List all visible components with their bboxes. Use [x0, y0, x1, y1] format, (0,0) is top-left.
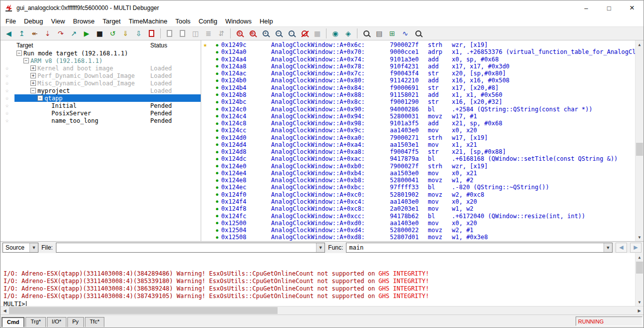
collapse-icon[interactable]: −: [37, 95, 43, 101]
expand-icon[interactable]: +: [30, 65, 36, 71]
profile-icon[interactable]: ◈: [342, 27, 354, 39]
breakpoint-dot[interactable]: ●: [213, 85, 221, 90]
breakpoint-dot[interactable]: ●: [213, 199, 221, 204]
zoom-reset-icon[interactable]: ·: [285, 27, 298, 39]
disasm-row[interactable]: ●0x124c4AnalogClockWindow::A+0x94:528000…: [201, 113, 635, 120]
menu-view[interactable]: View: [47, 16, 69, 26]
disasm-row[interactable]: ●0x124f8AnalogClockWindow::A+0xc8:2a0203…: [201, 205, 635, 212]
breakpoint-dot[interactable]: ●: [213, 192, 221, 197]
console-scrollbar[interactable]: ▲ ▼: [635, 253, 644, 306]
breakpoint-dot[interactable]: ●: [213, 64, 221, 68]
favorite-star-icon[interactable]: ☆: [0, 94, 13, 102]
tree-item-perf-dynamic-download-image[interactable]: ☆+Perf_Dynamic_Download_ImageLoaded: [0, 72, 201, 79]
menu-file[interactable]: File: [1, 16, 20, 26]
search-window-icon[interactable]: [412, 27, 424, 39]
func-combobox[interactable]: main ▼: [346, 243, 613, 253]
scroll-up-icon[interactable]: ▲: [636, 253, 644, 261]
menu-timemachine[interactable]: TimeMachine: [125, 16, 172, 26]
breakpoint-dot[interactable]: ●: [213, 171, 221, 175]
disasm-row[interactable]: ●0x124c8AnalogClockWindow::A+0x98:9101a3…: [201, 120, 635, 127]
tab-trg[interactable]: Trg*: [25, 317, 45, 327]
expand-icon[interactable]: +: [30, 73, 36, 78]
expand-icon[interactable]: +: [30, 80, 36, 86]
disasm-row[interactable]: ●0x124e4AnalogClockWindow::A+0xb4:aa1503…: [201, 170, 635, 177]
scroll-down-icon[interactable]: ▼: [636, 298, 644, 306]
disasm-row[interactable]: ●0x124acAnalogClockWindow::A+0x7c:f90043…: [201, 70, 635, 77]
scroll-down-icon[interactable]: ▼: [636, 233, 644, 241]
signal-wave-icon[interactable]: ∿: [399, 27, 411, 39]
breakpoint-dot[interactable]: ●: [213, 185, 221, 190]
maximize-button[interactable]: □: [598, 0, 621, 15]
disasm-row[interactable]: ●0x124dcAnalogClockWindow::A+0xac:941787…: [201, 155, 635, 162]
breakpoint-dot[interactable]: ●: [213, 164, 221, 168]
disasm-row[interactable]: ●0x124c0AnalogClockWindow::A+0x90:940002…: [201, 105, 635, 112]
disasm-row[interactable]: ●0x124a8AnalogClockWindow::A+0x78:910f42…: [201, 63, 635, 70]
tab-py[interactable]: Py: [67, 317, 84, 327]
collapse-icon[interactable]: −: [16, 50, 22, 56]
bookmark-star-icon[interactable]: ★: [203, 41, 207, 48]
command-console[interactable]: I/O: Adreno-ESX(qtapp)(3311403008:4)(384…: [0, 253, 644, 306]
breakpoint-dot[interactable]: ●: [213, 214, 221, 218]
breakpoint-dot[interactable]: ●: [213, 142, 221, 147]
tree-item-posixserver[interactable]: ☆PosixServerPended: [0, 109, 201, 117]
horizontal-scrollbar[interactable]: ◀ ▶: [0, 306, 644, 315]
favorite-star-icon[interactable]: ☆: [0, 117, 13, 124]
breakpoint-dot[interactable]: ●: [213, 150, 221, 154]
favorite-star-icon[interactable]: ☆: [0, 64, 13, 72]
disasm-row[interactable]: ●0x124d4AnalogClockWindow::A+0xa4:aa1503…: [201, 141, 635, 148]
breakpoint-dot[interactable]: ●: [213, 157, 221, 161]
collapse-icon[interactable]: −: [23, 58, 29, 63]
breakpoint-dot[interactable]: ●: [213, 221, 221, 225]
disasm-row[interactable]: ●0x124d8AnalogClockWindow::A+0xa8:f90047…: [201, 148, 635, 155]
tree-item-run-mode-target-192-168-1-1-[interactable]: −Run mode target (192.168.1.1): [0, 49, 201, 57]
chevron-down-icon[interactable]: ▼: [29, 243, 38, 252]
disasm-row[interactable]: ●0x12500AnalogClockWindow::A+0xd0:aa1403…: [201, 220, 635, 227]
disasm-row[interactable]: ●0x124bcAnalogClockWindow::A+0x8c:f90012…: [201, 98, 635, 105]
tree-item-misc-dynamic-download-image[interactable]: ☆+Misc_Dynamic_Download_ImageLoaded: [0, 79, 201, 87]
tree-item-myproject[interactable]: ☆−myprojectLoaded: [0, 87, 201, 94]
disasm-row[interactable]: ●0x124ecAnalogClockWindow::A+0xbc:97ffff…: [201, 184, 635, 191]
sync-pc-icon[interactable]: ⇩: [132, 27, 145, 39]
breakpoint-dot[interactable]: ●: [213, 71, 221, 76]
nav-rewind-icon[interactable]: ↞: [28, 27, 41, 39]
step-into-icon[interactable]: ⇣: [41, 27, 54, 39]
disasm-row[interactable]: ●0x124a4AnalogClockWindow::A+0x74:9101a3…: [201, 56, 635, 63]
breakpoint-dot[interactable]: ●: [213, 57, 221, 61]
menu-debug[interactable]: Debug: [20, 16, 47, 26]
breakpoint-dot[interactable]: ●: [213, 135, 221, 140]
load-image-icon[interactable]: [145, 27, 158, 39]
breakpoint-dot[interactable]: ●: [213, 228, 221, 233]
collapse-icon[interactable]: −: [30, 88, 36, 93]
search-binary-icon[interactable]: B: [246, 27, 259, 39]
favorite-star-icon[interactable]: [0, 57, 13, 64]
disasm-row[interactable]: ●0x124fcAnalogClockWindow::A+0xcc:94178b…: [201, 212, 635, 219]
breakpoint-dot[interactable]: ●: [213, 235, 221, 240]
scrollbar-thumb[interactable]: [636, 143, 643, 156]
tree-item-initial[interactable]: ☆InitialPended: [0, 102, 201, 109]
tree-item-name-too-long[interactable]: ☆name_too_longPended: [0, 117, 201, 124]
breakpoint-dot[interactable]: ●: [213, 128, 221, 133]
tree-item-kernel-and-boot-image[interactable]: ☆+Kernel and boot imageLoaded: [0, 64, 201, 72]
tab-cmd[interactable]: Cmd: [1, 317, 24, 327]
breakpoint-dot[interactable]: ●: [213, 114, 221, 118]
breakpoint-dot[interactable]: ●: [213, 178, 221, 183]
nav-back-icon[interactable]: ◀: [2, 27, 15, 39]
data-explorer-icon[interactable]: ⊞: [386, 27, 398, 39]
restart-icon[interactable]: ↺: [106, 27, 119, 39]
chevron-down-icon[interactable]: ▼: [316, 243, 324, 252]
find-icon[interactable]: [360, 27, 372, 39]
history-forward-icon[interactable]: ▶: [630, 243, 642, 253]
breakpoint-dot[interactable]: ●: [213, 78, 221, 83]
disasm-row[interactable]: ●0x124e8AnalogClockWindow::A+0xb8:528000…: [201, 177, 635, 184]
disasm-row[interactable]: ●0x124d0AnalogClockWindow::A+0xa0:790002…: [201, 134, 635, 141]
step-over-icon[interactable]: ↷: [54, 27, 67, 39]
chevron-down-icon[interactable]: ▼: [604, 243, 612, 252]
breakpoint-dot[interactable]: ●: [213, 43, 221, 47]
breakpoint-dot[interactable]: ●: [213, 121, 221, 126]
tree-item-arm-v8-192-168-1-1-[interactable]: −ARM v8 (192.168.1.1): [0, 57, 201, 64]
source-mode-combobox[interactable]: Source ▼: [2, 243, 38, 253]
close-button[interactable]: ×: [621, 0, 644, 15]
breakpoint-dot[interactable]: ●: [213, 107, 221, 111]
disasm-row[interactable]: ●0x124b0AnalogClockWindow::A+0x80:911422…: [201, 77, 635, 84]
disasm-row[interactable]: ●0x124f0AnalogClockWindow::A+0xc0:528019…: [201, 191, 635, 198]
